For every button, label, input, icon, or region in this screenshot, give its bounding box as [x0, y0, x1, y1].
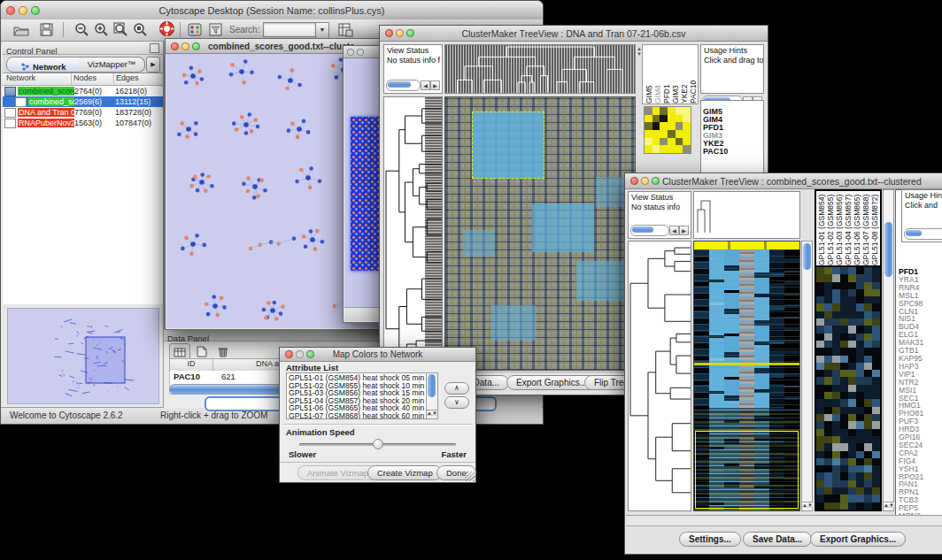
minimize-button[interactable] [396, 29, 404, 37]
network-list-row[interactable]: combined_scores2764(0)16218(0) [3, 86, 163, 96]
tv1-row-label[interactable]: PAC10 [703, 148, 763, 156]
search-dropdown-button[interactable]: ▼ [315, 22, 329, 39]
tv1-column-label[interactable]: YKE2 [680, 45, 689, 104]
treeview1-titlebar[interactable]: ClusterMaker TreeView : DNA and Tran 07-… [380, 26, 768, 42]
create-vizmap-button[interactable]: Create Vizmap [367, 465, 443, 480]
zoom-button[interactable] [652, 177, 660, 185]
tv2-status-scrollbar[interactable]: ◀▶ [630, 225, 689, 236]
tv1-column-label[interactable]: GIM5 [645, 45, 653, 104]
tv2-column-label[interactable]: GPL51-01 (GSM854) [817, 191, 826, 265]
attribute-list-item[interactable]: GPL51-07 (GSM868) heat shock 60 min [289, 412, 436, 419]
network-overview[interactable] [7, 308, 159, 404]
zoom-button[interactable] [192, 42, 200, 50]
save-button[interactable] [36, 21, 56, 38]
zoom-in-button[interactable] [91, 21, 111, 38]
animation-speed-slider[interactable] [299, 443, 456, 446]
tv2-right-scrollbar[interactable]: ▲▼ [883, 189, 894, 511]
tab-vizmapper[interactable]: VizMapper™ [79, 57, 145, 73]
zoom-fit-button[interactable] [111, 21, 130, 38]
tv2-column-label[interactable]: GPL51-07 (GSM868) [861, 191, 870, 265]
matrix-cell [645, 115, 652, 123]
tv2-secondary-heatmap[interactable] [815, 267, 882, 511]
tv2-column-label[interactable]: GPL51-04 (GSM857) [844, 191, 853, 265]
search-input[interactable] [263, 22, 316, 37]
tv1-heatmap-selection[interactable] [472, 111, 544, 179]
tv2-column-label[interactable]: GPL51-03 (GSM856) [835, 191, 844, 265]
zoom-button[interactable] [306, 350, 314, 358]
network-view-2-controls [347, 49, 364, 56]
dialog-resize-grip[interactable] [465, 472, 475, 481]
tv2-column-label[interactable]: GPL51-02 (GSM855) [826, 191, 835, 265]
attribute-listbox[interactable]: GPL51-01 (GSM854) heat shock 05 minGPL51… [286, 372, 438, 419]
tv2-export-graphics-button[interactable]: Export Graphics... [810, 532, 906, 547]
close-button[interactable] [6, 6, 15, 15]
tv1-export-graphics-button[interactable]: Export Graphics... [506, 375, 597, 390]
vizmap-nodes-icon[interactable] [185, 21, 205, 38]
dialog-separator-2 [280, 462, 475, 463]
close-button[interactable] [347, 49, 354, 56]
tv2-column-dendrogram[interactable] [693, 191, 800, 239]
tab-network[interactable]: Network [6, 57, 81, 73]
tab-overflow-button[interactable]: ▶ [146, 57, 160, 73]
tv2-settings-button[interactable]: Settings... [679, 532, 741, 547]
matrix-cell [676, 107, 683, 115]
help-lifering-icon[interactable] [157, 20, 176, 37]
close-button[interactable] [171, 42, 179, 50]
tv2-save-data-button[interactable]: Save Data... [743, 532, 812, 547]
network-list-row[interactable]: combined_sco2569(6)13112(15) [3, 96, 163, 107]
tv2-column-label[interactable]: GPL51-06 (GSM865) [853, 191, 861, 265]
attribute-list-scrollbar[interactable]: ▲▼ [426, 373, 437, 418]
heatmap-cell [840, 407, 848, 414]
zoom-selected-button[interactable] [130, 21, 150, 38]
col-nodes[interactable]: Nodes [72, 73, 114, 85]
tv1-column-label[interactable]: GIM4 [653, 45, 662, 104]
network-list-row[interactable]: RNAPuberNov2+1563(0)107847(0) [3, 118, 163, 128]
minimize-button[interactable] [357, 49, 364, 56]
heatmap-cell [816, 502, 824, 510]
heatmap-cell [864, 318, 872, 326]
treeview2-titlebar[interactable]: ClusterMaker TreeView : combined_scores_… [625, 173, 942, 189]
animate-vizmap-button[interactable]: Animate Vizmap [297, 465, 378, 480]
tv2-row-dendrogram[interactable] [628, 241, 691, 511]
slider-thumb[interactable] [373, 439, 383, 449]
tv1-column-label[interactable]: GIM3 [671, 45, 680, 104]
tv1-column-label[interactable]: PFD1 [662, 45, 671, 104]
minimize-button[interactable] [19, 6, 27, 15]
col-edges[interactable]: Edges [114, 73, 163, 85]
tv1-correlation-matrix[interactable] [644, 106, 691, 154]
close-button[interactable] [630, 177, 638, 185]
main-titlebar[interactable]: Cytoscape Desktop (Session Name: collins… [1, 1, 543, 20]
zoom-out-button[interactable] [72, 21, 91, 38]
heatmap-cell [824, 502, 832, 510]
open-file-button[interactable] [12, 21, 31, 38]
filter-page-icon[interactable] [206, 21, 226, 38]
attribute-up-button[interactable]: ∧ [444, 382, 469, 395]
tv2-heatmap-scrollbar[interactable]: ▲▼ [801, 241, 813, 511]
minimize-button[interactable] [181, 42, 189, 50]
heatmap-cell [864, 495, 872, 502]
network-list-row[interactable]: DNA and Tran 077769(0)183728(0) [3, 107, 163, 118]
zoom-button[interactable] [406, 29, 414, 37]
dialog-titlebar[interactable]: Map Colors to Network [280, 348, 475, 362]
minimize-button[interactable] [296, 350, 304, 358]
data-col-id[interactable]: ID [170, 359, 213, 371]
heatmap-cell [848, 318, 856, 326]
attribute-table-icon[interactable] [336, 21, 355, 38]
tv2-column-label[interactable]: GPL51-08 (GSM872) [870, 191, 879, 265]
close-button[interactable] [285, 350, 293, 358]
tv1-column-label[interactable]: PAC10 [689, 45, 698, 104]
tv2-heatmap[interactable] [693, 241, 800, 511]
tv2-heatmap-selection[interactable] [695, 431, 799, 509]
heatmap-cell [864, 414, 872, 421]
attribute-down-button[interactable]: ∨ [444, 396, 469, 409]
zoom-button[interactable] [31, 6, 40, 15]
minimize-button[interactable] [641, 177, 649, 185]
tv1-status-scrollbar[interactable]: ◀▶ [386, 80, 440, 91]
tv1-heatmap[interactable] [444, 96, 636, 371]
close-button[interactable] [385, 29, 393, 37]
tv1-row-dendrogram[interactable] [383, 96, 443, 371]
float-panel-icon[interactable] [150, 43, 159, 53]
tv2-hints-scrollbar[interactable] [904, 228, 942, 240]
col-network[interactable]: Network [3, 73, 72, 85]
tv1-column-dendrogram[interactable] [444, 44, 636, 94]
